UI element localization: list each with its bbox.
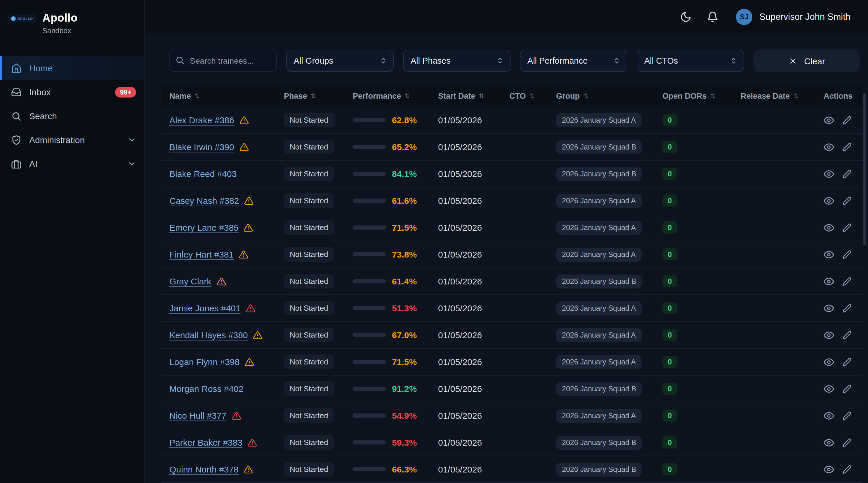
inbox-icon: [11, 87, 22, 97]
performance-value: 71.5%: [392, 357, 417, 367]
trainee-name-link[interactable]: Morgan Ross #402: [169, 384, 244, 394]
view-icon[interactable]: [824, 195, 834, 206]
phases-filter-select[interactable]: All Phases: [403, 50, 510, 72]
trainee-name-link[interactable]: Blake Reed #403: [169, 169, 237, 179]
column-header-cto[interactable]: CTO⇅: [509, 91, 556, 100]
view-icon[interactable]: [824, 437, 834, 448]
chevron-up-down-icon: [379, 57, 387, 65]
table-row: Gray Clark Not Started 61.4% 01/05/2026: [161, 268, 862, 295]
trainee-name-link[interactable]: Parker Baker #383: [169, 438, 242, 447]
sort-icon: ⇅: [311, 92, 316, 100]
trainee-name-link[interactable]: Finley Hart #381: [169, 249, 234, 259]
select-value: All CTOs: [644, 56, 678, 65]
column-header-name[interactable]: Name⇅: [169, 91, 284, 100]
column-header-performance[interactable]: Performance⇅: [353, 91, 438, 100]
edit-icon[interactable]: [842, 438, 851, 447]
table-body: Alex Drake #386 Not Started 62.8% 01/05/…: [161, 107, 862, 483]
dark-mode-toggle[interactable]: [680, 11, 691, 23]
edit-icon[interactable]: [842, 142, 851, 152]
sidebar-item-search[interactable]: Search: [0, 104, 144, 128]
group-badge: 2026 January Squad A: [556, 301, 642, 315]
performance-bar: [353, 440, 386, 445]
sidebar-item-ai[interactable]: AI: [0, 152, 144, 176]
performance-filter-select[interactable]: All Performance: [520, 50, 627, 72]
view-icon[interactable]: [824, 330, 834, 340]
trainee-name-link[interactable]: Logan Flynn #398: [169, 357, 240, 367]
sidebar-item-home[interactable]: Home: [0, 56, 144, 80]
search-input[interactable]: [169, 50, 277, 72]
column-header-group[interactable]: Group⇅: [556, 91, 662, 100]
edit-icon[interactable]: [842, 223, 851, 232]
performance-value: 62.8%: [392, 115, 417, 125]
edit-icon[interactable]: [842, 464, 851, 474]
sidebar-item-administration[interactable]: Administration: [0, 128, 144, 152]
view-icon[interactable]: [824, 276, 834, 287]
open-dors-badge: 0: [662, 168, 677, 180]
trainee-name-link[interactable]: Gray Clark: [169, 276, 211, 286]
trainee-name-link[interactable]: Alex Drake #386: [169, 115, 234, 125]
sort-icon: ⇅: [479, 92, 484, 100]
column-header-start-date[interactable]: Start Date⇅: [438, 91, 509, 100]
performance-value: 54.9%: [392, 411, 417, 420]
edit-icon[interactable]: [842, 169, 851, 179]
user-name: Supervisor John Smith: [760, 11, 850, 22]
phase-badge: Not Started: [284, 113, 334, 127]
open-dors-badge: 0: [662, 275, 677, 287]
column-header-release-date[interactable]: Release Date⇅: [741, 91, 824, 100]
open-dors-badge: 0: [662, 141, 677, 153]
start-date: 01/05/2026: [438, 357, 509, 367]
view-icon[interactable]: [824, 222, 834, 233]
column-header-actions: Actions: [824, 91, 862, 100]
column-header-phase[interactable]: Phase⇅: [284, 91, 353, 100]
trainee-name-link[interactable]: Emery Lane #385: [169, 223, 239, 232]
start-date: 01/05/2026: [438, 303, 509, 313]
start-date: 01/05/2026: [438, 196, 509, 205]
groups-filter-select[interactable]: All Groups: [286, 50, 394, 72]
start-date: 01/05/2026: [438, 223, 509, 232]
performance-value: 65.2%: [392, 142, 417, 152]
select-value: All Groups: [294, 56, 333, 65]
view-icon[interactable]: [824, 303, 834, 313]
trainee-name-link[interactable]: Casey Nash #382: [169, 196, 239, 205]
warning-icon: [239, 250, 248, 259]
scrollbar-thumb[interactable]: [863, 93, 866, 245]
edit-icon[interactable]: [842, 384, 851, 393]
trainee-name-link[interactable]: Kendall Hayes #380: [169, 330, 248, 340]
view-icon[interactable]: [824, 383, 834, 394]
edit-icon[interactable]: [842, 196, 851, 205]
column-header-open-dors[interactable]: Open DORs⇅: [662, 91, 741, 100]
view-icon[interactable]: [824, 141, 834, 152]
sidebar-item-inbox[interactable]: Inbox 99+: [0, 80, 144, 104]
home-icon: [11, 63, 22, 73]
edit-icon[interactable]: [842, 303, 851, 313]
view-icon[interactable]: [824, 357, 834, 367]
start-date: 01/05/2026: [438, 169, 509, 179]
view-icon[interactable]: [824, 464, 834, 475]
trainee-name-link[interactable]: Nico Hull #377: [169, 411, 226, 420]
performance-value: 84.1%: [392, 169, 417, 179]
phase-badge: Not Started: [284, 381, 334, 396]
edit-icon[interactable]: [842, 411, 851, 420]
view-icon[interactable]: [824, 410, 834, 421]
open-dors-badge: 0: [662, 436, 677, 449]
view-icon[interactable]: [824, 249, 834, 260]
apollo-logo-icon: APOLLO: [8, 14, 36, 23]
search-icon: [11, 111, 22, 121]
clear-filters-button[interactable]: Clear: [753, 50, 860, 72]
ctos-filter-select[interactable]: All CTOs: [637, 50, 744, 72]
edit-icon[interactable]: [842, 357, 851, 366]
edit-icon[interactable]: [842, 277, 851, 286]
edit-icon[interactable]: [842, 115, 851, 125]
edit-icon[interactable]: [842, 330, 851, 340]
notifications-button[interactable]: [707, 11, 718, 23]
table-row: Kendall Hayes #380 Not Started 67.0% 01/…: [161, 322, 862, 349]
trainee-name-link[interactable]: Quinn North #378: [169, 464, 239, 474]
avatar[interactable]: SJ: [736, 8, 752, 25]
table-row: Finley Hart #381 Not Started 73.8% 01/05…: [161, 241, 862, 268]
edit-icon[interactable]: [842, 250, 851, 259]
view-icon[interactable]: [824, 168, 834, 179]
trainee-name-link[interactable]: Blake Irwin #390: [169, 142, 234, 152]
view-icon[interactable]: [824, 115, 834, 125]
trainee-name-link[interactable]: Jamie Jones #401: [169, 303, 241, 313]
group-badge: 2026 January Squad A: [556, 328, 642, 342]
